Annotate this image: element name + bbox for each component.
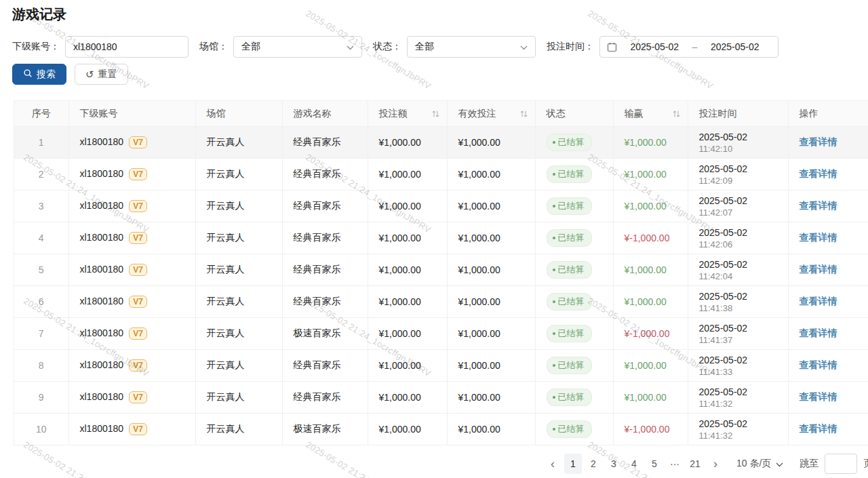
table-row: 6xl1800180V7开云真人经典百家乐¥1,000.00¥1,000.00已… bbox=[14, 286, 868, 318]
table-row: 10xl1800180V7开云真人极速百家乐¥1,000.00¥1,000.00… bbox=[14, 414, 868, 445]
account-input[interactable] bbox=[65, 36, 189, 58]
bet-time: 11:42:09 bbox=[699, 176, 777, 186]
view-details-link[interactable]: 查看详情 bbox=[800, 423, 837, 434]
action-cell: 查看详情 bbox=[788, 222, 868, 254]
valid-bet-cell: ¥1,000.00 bbox=[447, 286, 535, 318]
row-index: 4 bbox=[14, 222, 68, 254]
row-index: 7 bbox=[14, 318, 68, 350]
date-start-value: 2025-05-02 bbox=[618, 41, 691, 52]
bet-amount-cell: ¥1,000.00 bbox=[368, 350, 447, 382]
account-cell: xl1800180V7 bbox=[68, 191, 195, 222]
view-details-link[interactable]: 查看详情 bbox=[800, 200, 837, 211]
view-details-link[interactable]: 查看详情 bbox=[800, 136, 837, 147]
win-lose-cell: ¥1,000.00 bbox=[613, 127, 688, 159]
search-button-label: 搜索 bbox=[37, 68, 56, 81]
prev-page-button[interactable]: ‹ bbox=[544, 454, 561, 474]
view-details-link[interactable]: 查看详情 bbox=[800, 296, 837, 306]
page-ellipsis[interactable]: ··· bbox=[666, 454, 684, 474]
bet-date: 2025-05-02 bbox=[699, 226, 777, 239]
bet-time: 11:42:04 bbox=[699, 271, 777, 282]
sort-icon[interactable] bbox=[519, 109, 528, 118]
game-name-cell: 极速百家乐 bbox=[282, 414, 368, 445]
bet-amount-cell: ¥1,000.00 bbox=[368, 191, 447, 222]
vip-level-badge: V7 bbox=[129, 264, 147, 276]
valid-bet-cell: ¥1,000.00 bbox=[447, 414, 535, 445]
column-header: 有效投注 bbox=[447, 101, 535, 127]
jump-page-input[interactable] bbox=[825, 454, 857, 474]
status-cell: 已结算 bbox=[535, 350, 613, 382]
bet-date: 2025-05-02 bbox=[699, 131, 777, 144]
column-header: 操作 bbox=[788, 101, 868, 127]
bet-time: 11:42:10 bbox=[699, 144, 777, 155]
status-select[interactable]: 全部 bbox=[407, 36, 536, 58]
view-details-link[interactable]: 查看详情 bbox=[800, 391, 837, 402]
vip-level-badge: V7 bbox=[129, 359, 147, 372]
column-header-label: 有效投注 bbox=[458, 108, 496, 119]
valid-bet-cell: ¥1,000.00 bbox=[447, 318, 535, 350]
filter-account: 下级账号： bbox=[12, 36, 189, 58]
table-row: 3xl1800180V7开云真人经典百家乐¥1,000.00¥1,000.00已… bbox=[14, 191, 868, 222]
next-page-button[interactable]: › bbox=[707, 454, 724, 474]
win-lose-cell: ¥-1,000.00 bbox=[613, 222, 688, 254]
status-badge: 已结算 bbox=[547, 261, 592, 279]
status-cell: 已结算 bbox=[535, 159, 613, 191]
filter-bet-time: 投注时间： 2025-05-02 – 2025-05-02 bbox=[547, 36, 778, 58]
status-label: 已结算 bbox=[558, 391, 585, 403]
date-range-picker[interactable]: 2025-05-02 – 2025-05-02 bbox=[599, 36, 778, 58]
status-cell: 已结算 bbox=[535, 414, 613, 445]
view-details-link[interactable]: 查看详情 bbox=[800, 264, 837, 275]
status-cell: 已结算 bbox=[535, 382, 613, 414]
status-dot-icon bbox=[553, 268, 555, 271]
action-cell: 查看详情 bbox=[788, 127, 868, 159]
status-label: 已结算 bbox=[558, 327, 585, 340]
status-cell: 已结算 bbox=[535, 127, 613, 159]
date-end-value: 2025-05-02 bbox=[698, 41, 771, 52]
win-lose-value: ¥-1,000.00 bbox=[625, 233, 670, 243]
sort-icon[interactable] bbox=[431, 109, 440, 118]
column-header-label: 状态 bbox=[547, 108, 566, 119]
status-dot-icon bbox=[553, 332, 555, 335]
column-header-label: 游戏名称 bbox=[294, 108, 332, 119]
page-button[interactable]: 2 bbox=[585, 454, 602, 474]
venue-select-value: 全部 bbox=[241, 41, 260, 53]
page-button[interactable]: 4 bbox=[625, 454, 643, 474]
win-lose-cell: ¥-1,000.00 bbox=[613, 414, 688, 445]
status-select-value: 全部 bbox=[415, 41, 434, 53]
page-size-select[interactable]: 10 条/页 bbox=[736, 458, 783, 470]
chevron-down-icon bbox=[776, 458, 783, 469]
view-details-link[interactable]: 查看详情 bbox=[800, 168, 837, 179]
filter-status: 状态： 全部 bbox=[373, 36, 536, 58]
bet-time: 11:42:07 bbox=[699, 207, 777, 218]
action-cell: 查看详情 bbox=[788, 286, 868, 318]
reset-button-label: 重置 bbox=[98, 68, 117, 81]
reset-button[interactable]: ↺ 重置 bbox=[75, 64, 128, 85]
bet-time-cell: 2025-05-0211:42:10 bbox=[688, 127, 788, 159]
page-button[interactable]: 3 bbox=[605, 454, 623, 474]
account-name: xl1800180 bbox=[80, 359, 124, 370]
table-row: 8xl1800180V7开云真人经典百家乐¥1,000.00¥1,000.00已… bbox=[14, 350, 868, 382]
view-details-link[interactable]: 查看详情 bbox=[800, 232, 837, 243]
vip-level-badge: V7 bbox=[129, 168, 147, 180]
view-details-link[interactable]: 查看详情 bbox=[800, 359, 837, 370]
bet-time-label: 投注时间： bbox=[547, 41, 594, 53]
row-index: 8 bbox=[14, 350, 68, 382]
bet-time: 11:41:33 bbox=[699, 367, 777, 378]
status-cell: 已结算 bbox=[535, 286, 613, 318]
view-details-link[interactable]: 查看详情 bbox=[800, 327, 837, 338]
page-button[interactable]: 21 bbox=[686, 454, 704, 474]
bet-time-cell: 2025-05-0211:42:06 bbox=[688, 222, 788, 254]
status-dot-icon bbox=[553, 173, 555, 176]
column-header-label: 投注时间 bbox=[699, 108, 737, 119]
venue-select[interactable]: 全部 bbox=[233, 36, 362, 58]
jump-label: 跳至 bbox=[800, 458, 818, 470]
bet-time-cell: 2025-05-0211:41:33 bbox=[688, 350, 788, 382]
page-button[interactable]: 1 bbox=[564, 454, 582, 474]
bet-date: 2025-05-02 bbox=[699, 386, 777, 399]
bet-time-cell: 2025-05-0211:42:04 bbox=[688, 254, 788, 286]
page-button[interactable]: 5 bbox=[646, 454, 663, 474]
column-header: 下级账号 bbox=[68, 101, 195, 127]
sort-icon[interactable] bbox=[672, 109, 681, 118]
bet-time-cell: 2025-05-0211:41:37 bbox=[688, 318, 788, 350]
search-button[interactable]: 搜索 bbox=[12, 64, 66, 85]
row-index: 1 bbox=[14, 127, 68, 159]
